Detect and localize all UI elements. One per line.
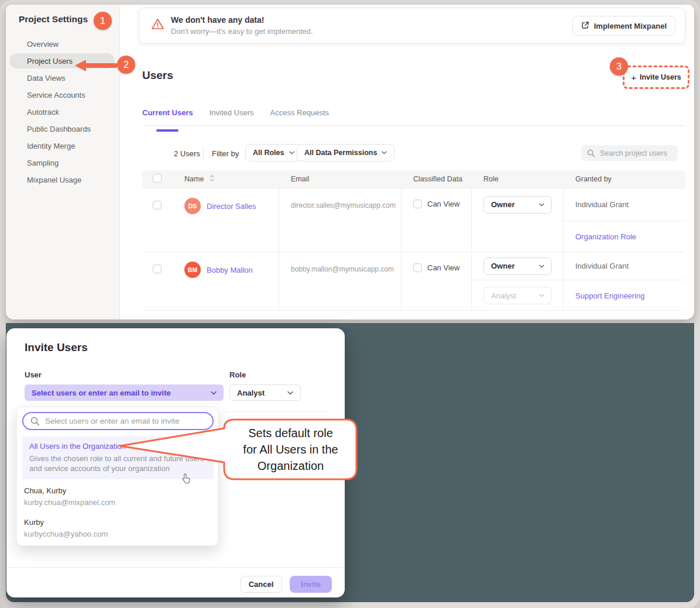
filter-separator (203, 148, 204, 160)
user-name-link[interactable]: Bobby Mallon (207, 266, 253, 274)
modal-section-divider (222, 411, 328, 412)
table-row: BM Bobby Mallon bobby.mallon@mymusicapp.… (142, 252, 685, 310)
sort-icon (210, 175, 214, 181)
modal-title: Invite Users (25, 341, 88, 354)
sidebar-item-data-views[interactable]: Data Views (6, 70, 119, 87)
sidebar-item-overview[interactable]: Overview (6, 36, 119, 53)
role-field-label: Role (229, 370, 246, 379)
chevron-down-icon (287, 391, 293, 395)
role-select-disabled: Analyst (483, 287, 552, 304)
banner-title: We don't have any data! (171, 15, 264, 25)
select-all-checkbox[interactable] (153, 174, 162, 183)
option-user-name: Kurby (24, 518, 207, 527)
sidebar-title: Project Settings (19, 14, 88, 25)
sidebar-nav: Overview Project Users Data Views Servic… (6, 36, 119, 188)
filter-by-label: Filter by (212, 149, 239, 158)
can-view-label: Can View (427, 200, 459, 208)
user-email: director.salles@mymusicapp.com (279, 188, 402, 252)
chevron-down-icon (382, 151, 387, 154)
role-value: Owner (491, 262, 514, 270)
tab-access-requests[interactable]: Access Requests (270, 108, 329, 124)
search-project-users-input[interactable] (600, 149, 670, 157)
tab-invited-users[interactable]: Invited Users (210, 108, 254, 124)
granted-by-value: Individual Grant (575, 200, 629, 209)
column-header-email: Email (279, 175, 402, 183)
chevron-down-icon (539, 265, 544, 268)
search-icon (587, 149, 595, 157)
invite-users-button[interactable]: + Invite Users (631, 73, 681, 83)
roles-filter-label: All Roles (253, 149, 284, 157)
users-table: Name Email Classified Data Role Granted … (142, 170, 685, 311)
cancel-button[interactable]: Cancel (240, 576, 282, 593)
row-checkbox[interactable] (153, 201, 162, 209)
search-project-users[interactable] (581, 145, 678, 161)
plus-icon: + (631, 73, 636, 83)
project-settings-card: Project Settings Overview Project Users … (6, 5, 694, 320)
role-value: Owner (491, 200, 514, 209)
user-field-label: User (25, 370, 42, 379)
column-header-role: Role (472, 175, 564, 183)
sidebar-item-identity-merge[interactable]: Identity Merge (6, 138, 119, 154)
sidebar-item-autotrack[interactable]: Autotrack (6, 104, 119, 121)
roles-filter-dropdown[interactable]: All Roles (245, 144, 302, 162)
chevron-down-icon (539, 294, 544, 297)
role-select[interactable]: Owner (483, 196, 552, 214)
tab-current-users-label: Current Users (142, 108, 193, 117)
callout-line: for All Users in the (224, 441, 357, 458)
option-user-email: kurbycchua@yahoo.com (24, 530, 207, 538)
role-select-value: Analyst (237, 389, 265, 397)
user-name-link[interactable]: Director Salles (207, 202, 256, 211)
user-email: bobby.mallon@mymusicapp.com (279, 252, 402, 310)
arrow-shaft (85, 63, 117, 68)
sidebar-item-mixpanel-usage[interactable]: Mixpanel Usage (6, 171, 119, 188)
screenshot-canvas: Project Settings Overview Project Users … (0, 0, 700, 608)
can-view-checkbox[interactable] (413, 200, 422, 208)
user-select-dropdown[interactable]: Select users or enter an email to invite (25, 384, 224, 401)
support-engineering-link[interactable]: Support Engineering (575, 291, 645, 300)
invite-submit-button[interactable]: Invite (290, 576, 332, 593)
sidebar-item-sampling[interactable]: Sampling (6, 154, 119, 171)
avatar: BM (184, 262, 201, 278)
no-data-banner: We don't have any data! Don't worry—it's… (139, 8, 685, 43)
search-icon (30, 417, 40, 426)
table-row: DS Director Salles director.salles@mymus… (142, 188, 685, 252)
annotation-dashed-outline: + Invite Users (623, 66, 689, 89)
active-tab-indicator (156, 129, 179, 132)
can-view-label: Can View (427, 263, 459, 272)
can-view-checkbox[interactable] (413, 263, 422, 272)
user-select-value: Select users or enter an email to invite (32, 389, 171, 397)
granted-by-value: Individual Grant (575, 262, 629, 270)
settings-sidebar: Project Settings Overview Project Users … (6, 5, 120, 320)
sidebar-item-public-dashboards[interactable]: Public Dashboards (6, 121, 119, 138)
users-tabs: Current Users Invited Users Access Reque… (142, 108, 329, 124)
external-link-icon (581, 21, 589, 31)
option-user[interactable]: Kurby kurbycchua@yahoo.com (22, 515, 214, 538)
permissions-filter-label: All Data Permissions (304, 149, 377, 157)
callout-line: Organization (224, 458, 357, 474)
implement-mixpanel-button[interactable]: Implement Mixpanel (572, 16, 675, 36)
annotation-badge-3: 3 (610, 57, 628, 75)
annotation-badge-2: 2 (117, 56, 135, 74)
role-select-dropdown[interactable]: Analyst (229, 384, 301, 401)
row-checkbox[interactable] (153, 265, 162, 273)
column-header-granted-by: Granted by (564, 175, 685, 183)
column-header-name[interactable]: Name (173, 175, 279, 183)
chevron-down-icon (211, 391, 217, 395)
chevron-down-icon (539, 203, 544, 207)
callout-line: Sets default role (224, 425, 357, 441)
banner-subtitle: Don't worry—it's easy to get implemented… (171, 27, 313, 36)
tab-current-users[interactable]: Current Users (142, 108, 193, 124)
role-select[interactable]: Owner (483, 257, 552, 275)
organization-role-link[interactable]: Organization Role (575, 232, 636, 241)
warning-triangle-icon (151, 18, 164, 33)
modal-footer-divider (6, 567, 345, 568)
annotation-arrow-icon (75, 60, 118, 71)
callout-annotation: Sets default role for All Users in the O… (224, 425, 357, 474)
permissions-filter-dropdown[interactable]: All Data Permissions (297, 144, 394, 162)
sidebar-item-service-accounts[interactable]: Service Accounts (6, 87, 119, 104)
chevron-down-icon (289, 151, 294, 154)
invite-users-label: Invite Users (640, 73, 681, 81)
annotation-badge-1: 1 (94, 12, 112, 30)
user-count: 2 Users (174, 149, 200, 158)
users-page-title: Users (142, 69, 173, 82)
